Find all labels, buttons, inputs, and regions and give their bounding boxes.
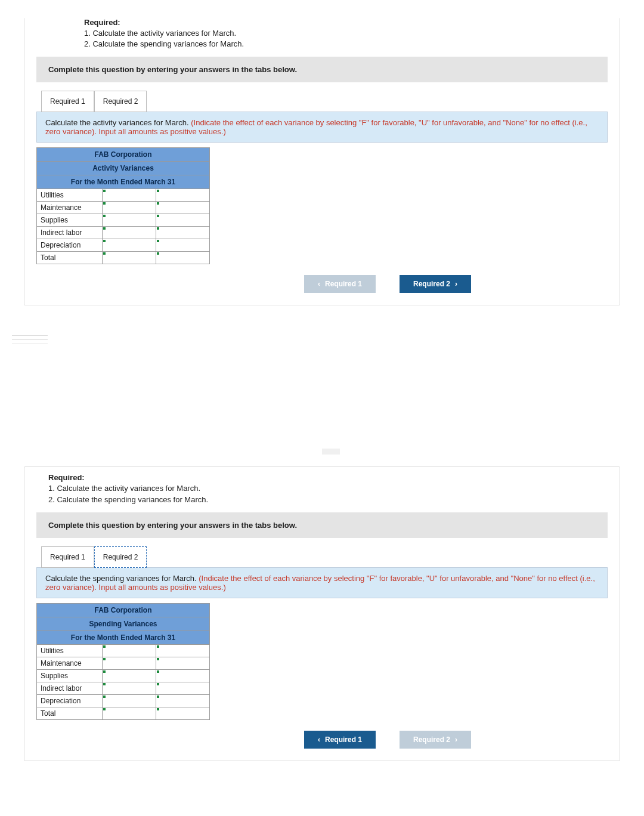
table-row: Indirect labor: [37, 682, 210, 694]
table-header-title: Spending Variances: [37, 617, 210, 630]
spending-variance-table: FAB Corporation Spending Variances For t…: [36, 603, 210, 720]
required-heading: Required:: [48, 473, 608, 482]
table-row: Depreciation: [37, 694, 210, 707]
table-row: Total: [37, 252, 210, 264]
amount-input[interactable]: [103, 657, 156, 669]
tab-required-2[interactable]: Required 2: [94, 546, 147, 568]
row-label: Indirect labor: [37, 227, 103, 239]
table-row: Indirect labor: [37, 227, 210, 239]
next-button: Required 2 ›: [400, 731, 471, 749]
prompt-text: Calculate the spending variances for Mar…: [45, 574, 199, 583]
tabs: Required 1 Required 2: [36, 546, 608, 568]
prev-button[interactable]: ‹ Required 1: [304, 731, 376, 749]
row-label: Total: [37, 707, 103, 719]
table-row: Supplies: [37, 669, 210, 682]
question-card-1: Required: 1. Calculate the activity vari…: [24, 18, 620, 305]
chevron-left-icon: ‹: [318, 735, 320, 744]
ghost-artifact: [322, 449, 340, 455]
activity-variance-table: FAB Corporation Activity Variances For t…: [36, 147, 210, 264]
table-header-company: FAB Corporation: [37, 603, 210, 617]
effect-select[interactable]: [156, 657, 210, 669]
table-row: Total: [37, 707, 210, 719]
effect-select[interactable]: [156, 669, 210, 682]
nav-buttons: ‹ Required 1 Required 2 ›: [168, 731, 608, 749]
instruction-bar: Complete this question by entering your …: [36, 512, 608, 538]
row-label: Depreciation: [37, 694, 103, 707]
table-row: Supplies: [37, 214, 210, 227]
nav-buttons: ‹ Required 1 Required 2 ›: [168, 275, 608, 293]
amount-input[interactable]: [103, 707, 156, 719]
required-item-2: 2. Calculate the spending variances for …: [48, 494, 608, 505]
row-label: Depreciation: [37, 239, 103, 252]
required-heading: Required:: [84, 18, 608, 27]
amount-input[interactable]: [103, 644, 156, 657]
table-header-company: FAB Corporation: [37, 148, 210, 162]
prev-button: ‹ Required 1: [304, 275, 376, 293]
effect-select[interactable]: [156, 214, 210, 227]
amount-input[interactable]: [103, 252, 156, 264]
effect-select[interactable]: [156, 202, 210, 214]
amount-input[interactable]: [103, 239, 156, 252]
amount-input[interactable]: [103, 214, 156, 227]
chevron-left-icon: ‹: [318, 280, 320, 288]
effect-select[interactable]: [156, 694, 210, 707]
amount-input[interactable]: [103, 227, 156, 239]
required-item-1: 1. Calculate the activity variances for …: [48, 483, 608, 494]
next-button[interactable]: Required 2 ›: [400, 275, 471, 293]
question-card-2: Required: 1. Calculate the activity vari…: [24, 466, 620, 761]
row-label: Utilities: [37, 644, 103, 657]
prompt-box-1: Calculate the activity variances for Mar…: [36, 112, 608, 143]
tabs: Required 1 Required 2: [36, 91, 608, 112]
table-row: Maintenance: [37, 657, 210, 669]
amount-input[interactable]: [103, 694, 156, 707]
table-header-period: For the Month Ended March 31: [37, 175, 210, 189]
effect-select[interactable]: [156, 239, 210, 252]
effect-select[interactable]: [156, 189, 210, 202]
row-label: Indirect labor: [37, 682, 103, 694]
required-item-1: 1. Calculate the activity variances for …: [84, 28, 608, 39]
instruction-bar: Complete this question by entering your …: [36, 57, 608, 82]
chevron-right-icon: ›: [455, 735, 457, 744]
page-gap: [24, 329, 620, 466]
prev-label: Required 1: [325, 735, 362, 744]
table-row: Utilities: [37, 189, 210, 202]
prompt-text: Calculate the activity variances for Mar…: [45, 118, 191, 127]
row-label: Supplies: [37, 214, 103, 227]
table-row: Maintenance: [37, 202, 210, 214]
next-label: Required 2: [413, 280, 450, 288]
tab-required-1[interactable]: Required 1: [41, 91, 94, 112]
amount-input[interactable]: [103, 682, 156, 694]
amount-input[interactable]: [103, 202, 156, 214]
required-block: Required: 1. Calculate the activity vari…: [36, 18, 608, 50]
effect-select[interactable]: [156, 707, 210, 719]
amount-input[interactable]: [103, 669, 156, 682]
row-label: Maintenance: [37, 657, 103, 669]
required-item-2: 2. Calculate the spending variances for …: [84, 39, 608, 50]
row-label: Supplies: [37, 669, 103, 682]
table-header-title: Activity Variances: [37, 162, 210, 175]
prev-label: Required 1: [325, 280, 362, 288]
effect-select[interactable]: [156, 252, 210, 264]
prompt-box-2: Calculate the spending variances for Mar…: [36, 567, 608, 598]
table-row: Utilities: [37, 644, 210, 657]
effect-select[interactable]: [156, 227, 210, 239]
row-label: Utilities: [37, 189, 103, 202]
row-label: Maintenance: [37, 202, 103, 214]
tab-required-2[interactable]: Required 2: [94, 91, 147, 112]
tab-required-1[interactable]: Required 1: [41, 546, 94, 568]
chevron-right-icon: ›: [455, 280, 457, 288]
effect-select[interactable]: [156, 644, 210, 657]
table-row: Depreciation: [37, 239, 210, 252]
effect-select[interactable]: [156, 682, 210, 694]
next-label: Required 2: [413, 735, 450, 744]
required-block: Required: 1. Calculate the activity vari…: [36, 473, 608, 505]
row-label: Total: [37, 252, 103, 264]
table-header-period: For the Month Ended March 31: [37, 630, 210, 644]
amount-input[interactable]: [103, 189, 156, 202]
ghost-lines: [12, 335, 48, 344]
